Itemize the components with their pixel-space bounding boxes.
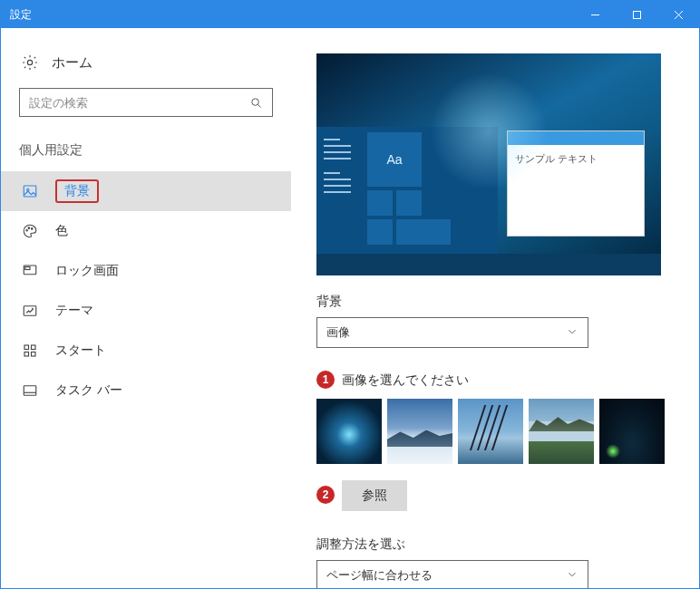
sidebar-item-lockscreen[interactable]: ロック画面 (1, 251, 291, 291)
background-label: 背景 (316, 294, 672, 310)
content: ホーム 個人用設定 背景 色 (1, 28, 699, 588)
window-title: 設定 (1, 7, 32, 23)
chevron-down-icon (566, 568, 578, 584)
home-label: ホーム (52, 54, 92, 72)
preview-window-text: サンプル テキスト (508, 145, 644, 236)
settings-window: 設定 ホーム (0, 0, 700, 589)
minimize-button[interactable] (574, 1, 616, 28)
preview-start-tiles: Aa (362, 127, 498, 254)
section-title: 個人用設定 (1, 142, 291, 171)
thumbnail-4[interactable] (529, 399, 594, 464)
browse-button-label: 参照 (362, 488, 387, 504)
thumbnail-5[interactable] (599, 399, 665, 464)
preview-tile-big: Aa (367, 132, 422, 187)
svg-rect-13 (24, 352, 29, 357)
window-controls (574, 1, 699, 28)
annotation-1: 1 (316, 371, 335, 389)
grid-icon (21, 342, 39, 360)
sidebar-item-start[interactable]: スタート (1, 331, 291, 371)
sidebar-item-colors[interactable]: 色 (1, 211, 291, 251)
fit-dropdown[interactable]: ページ幅に合わせる (316, 560, 588, 588)
sidebar-item-taskbar[interactable]: タスク バー (1, 371, 291, 410)
sidebar-item-label: スタート (55, 343, 106, 359)
close-button[interactable] (657, 1, 699, 28)
sidebar-item-themes[interactable]: テーマ (1, 291, 291, 331)
palette-icon (21, 222, 39, 240)
taskbar-icon (21, 381, 39, 400)
preview-start-list (316, 127, 362, 254)
thumbnail-3[interactable] (458, 399, 523, 464)
main-pane: Aa サンプル テキスト 背景 画像 1 画像を選んでください (291, 28, 699, 588)
sidebar-item-label: 背景 (55, 179, 99, 203)
svg-rect-11 (24, 345, 29, 350)
sidebar-item-label: テーマ (55, 303, 93, 319)
background-dropdown[interactable]: 画像 (316, 317, 588, 348)
sidebar-item-label: 色 (55, 223, 68, 239)
monitor-icon (21, 262, 39, 280)
svg-rect-12 (32, 345, 36, 350)
close-icon (674, 10, 684, 20)
picture-icon (21, 182, 39, 200)
desktop-preview: Aa サンプル テキスト (316, 53, 661, 275)
svg-rect-3 (24, 186, 36, 197)
svg-rect-9 (25, 267, 30, 270)
maximize-icon (632, 10, 642, 20)
svg-rect-14 (32, 352, 36, 357)
svg-point-5 (26, 230, 28, 232)
choose-image-row: 1 画像を選んでください (316, 372, 672, 390)
sidebar-item-label: ロック画面 (55, 263, 119, 279)
sidebar-item-background[interactable]: 背景 (1, 171, 291, 211)
pencil-icon (21, 302, 39, 320)
choose-image-label: 画像を選んでください (342, 372, 469, 389)
browse-row: 2 参照 (316, 480, 672, 511)
image-thumbnails (316, 399, 672, 464)
titlebar: 設定 (1, 1, 699, 28)
chevron-down-icon (566, 325, 578, 341)
svg-point-1 (27, 60, 32, 64)
sidebar: ホーム 個人用設定 背景 色 (1, 28, 291, 588)
home-button[interactable]: ホーム (1, 53, 291, 88)
svg-rect-10 (24, 306, 36, 316)
thumbnail-1[interactable] (316, 399, 382, 464)
svg-point-7 (32, 228, 34, 230)
minimize-icon (590, 10, 600, 20)
background-dropdown-value: 画像 (326, 324, 350, 341)
gear-icon (21, 53, 39, 72)
preview-taskbar (316, 254, 661, 275)
search-icon (247, 93, 265, 111)
svg-rect-15 (24, 386, 36, 396)
maximize-button[interactable] (616, 1, 657, 28)
annotation-2: 2 (316, 486, 335, 504)
preview-window-titlebar (508, 131, 644, 145)
svg-point-6 (28, 227, 30, 229)
fit-dropdown-value: ページ幅に合わせる (326, 567, 433, 584)
preview-start-menu: Aa (316, 127, 498, 254)
thumbnail-2[interactable] (387, 399, 452, 464)
sidebar-item-label: タスク バー (55, 382, 122, 399)
fit-label: 調整方法を選ぶ (316, 536, 672, 553)
svg-point-2 (251, 98, 258, 105)
svg-rect-0 (633, 11, 640, 18)
search-input[interactable] (29, 96, 247, 110)
preview-window: サンプル テキスト (507, 130, 645, 237)
browse-button[interactable]: 参照 (342, 480, 407, 511)
search-box[interactable] (19, 88, 273, 117)
